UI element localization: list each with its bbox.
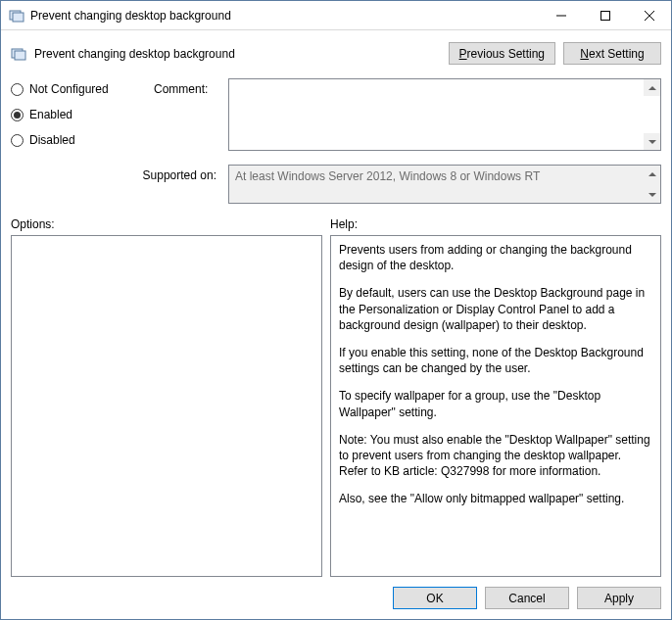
ok-button[interactable]: OK	[393, 587, 477, 609]
panes: Prevents users from adding or changing t…	[1, 235, 671, 577]
footer: OK Cancel Apply	[1, 577, 671, 619]
lower-labels: Options: Help:	[1, 204, 671, 235]
comment-label: Comment:	[154, 78, 222, 159]
radio-disabled[interactable]: Disabled	[11, 133, 148, 147]
close-button[interactable]	[627, 1, 671, 29]
help-text: Prevents users from adding or changing t…	[339, 242, 652, 273]
radio-icon	[11, 134, 24, 147]
svg-rect-1	[13, 13, 24, 22]
options-label: Options:	[11, 217, 330, 231]
radio-enabled[interactable]: Enabled	[11, 108, 148, 121]
header-title: Prevent changing desktop background	[34, 47, 441, 61]
help-text: Also, see the "Allow only bitmapped wall…	[339, 491, 652, 506]
config-area: Not Configured Enabled Disabled Comment:…	[1, 74, 671, 204]
radio-not-configured[interactable]: Not Configured	[11, 82, 148, 96]
svg-rect-3	[600, 11, 609, 20]
options-pane	[11, 235, 322, 577]
header: Prevent changing desktop background Prev…	[1, 30, 671, 74]
scroll-down-icon	[644, 186, 660, 203]
window-title: Prevent changing desktop background	[30, 9, 539, 23]
supported-on-field: At least Windows Server 2012, Windows 8 …	[228, 165, 661, 204]
radio-label: Disabled	[29, 133, 75, 147]
help-label: Help:	[330, 217, 358, 231]
help-text: Note: You must also enable the "Desktop …	[339, 432, 652, 480]
radio-icon	[11, 83, 24, 96]
policy-icon	[11, 46, 26, 62]
scroll-up-icon[interactable]	[644, 79, 660, 96]
maximize-button[interactable]	[583, 1, 627, 29]
title-bar: Prevent changing desktop background	[1, 1, 671, 30]
state-radio-group: Not Configured Enabled Disabled	[11, 78, 148, 159]
comment-textarea[interactable]	[228, 78, 661, 151]
radio-label: Not Configured	[29, 82, 109, 96]
help-text: If you enable this setting, none of the …	[339, 345, 652, 376]
scroll-down-icon[interactable]	[644, 133, 660, 150]
scroll-up-icon	[644, 166, 660, 182]
radio-icon	[11, 109, 24, 121]
minimize-button[interactable]	[539, 1, 583, 29]
previous-setting-button[interactable]: Previous Setting	[449, 42, 555, 65]
help-text: By default, users can use the Desktop Ba…	[339, 285, 652, 333]
help-pane: Prevents users from adding or changing t…	[330, 235, 661, 577]
policy-icon	[9, 8, 24, 24]
radio-label: Enabled	[29, 108, 72, 121]
next-setting-button[interactable]: Next Setting	[563, 42, 661, 65]
help-text: To specify wallpaper for a group, use th…	[339, 388, 652, 419]
apply-button[interactable]: Apply	[577, 587, 661, 609]
supported-on-label: Supported on:	[11, 159, 222, 204]
svg-rect-7	[15, 51, 25, 60]
cancel-button[interactable]: Cancel	[485, 587, 569, 609]
